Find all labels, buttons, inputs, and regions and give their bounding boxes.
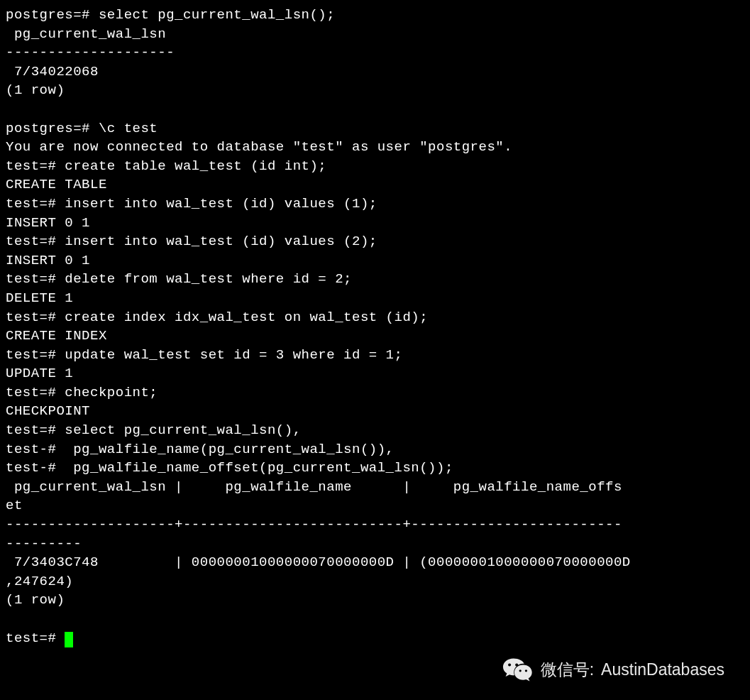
terminal-line: (1 row)	[6, 592, 65, 608]
wechat-icon	[502, 656, 534, 683]
terminal-line: (1 row)	[6, 82, 65, 98]
terminal-line: test=# create table wal_test (id int);	[6, 158, 326, 174]
terminal-line: test-# pg_walfile_name(pg_current_wal_ls…	[6, 442, 395, 457]
watermark-label: 微信号:	[541, 658, 594, 681]
terminal-line: DELETE 1	[6, 290, 73, 306]
terminal-line: et	[6, 498, 73, 513]
terminal-line: --------------------	[6, 45, 175, 60]
terminal-line: INSERT 0 1	[6, 215, 90, 231]
terminal-line: pg_current_wal_lsn	[6, 26, 175, 42]
cursor-icon	[65, 632, 73, 647]
terminal-line: test=# checkpoint;	[6, 385, 158, 400]
svg-point-2	[519, 669, 521, 672]
svg-point-3	[525, 669, 527, 672]
svg-point-0	[508, 664, 511, 667]
watermark: 微信号: AustinDatabases	[502, 656, 724, 683]
watermark-value: AustinDatabases	[601, 658, 724, 681]
terminal-line: pg_current_wal_lsn | pg_walfile_name | p…	[6, 479, 622, 495]
terminal-line: postgres=# select pg_current_wal_lsn();	[6, 7, 335, 23]
terminal-line: test=# update wal_test set id = 3 where …	[6, 347, 402, 363]
svg-point-1	[515, 664, 518, 667]
terminal-line: postgres=# \c test	[6, 121, 158, 136]
terminal-line: --------------------+-------------------…	[6, 517, 622, 532]
terminal-line: You are now connected to database "test"…	[6, 139, 512, 155]
terminal-line: UPDATE 1	[6, 366, 73, 381]
terminal-line: test=# delete from wal_test where id = 2…	[6, 271, 352, 287]
terminal-line: test=# insert into wal_test (id) values …	[6, 196, 377, 212]
terminal-line: test=# insert into wal_test (id) values …	[6, 234, 377, 249]
terminal-line: CHECKPOINT	[6, 403, 90, 419]
terminal-line: test=# create index idx_wal_test on wal_…	[6, 310, 428, 325]
terminal-line: CREATE TABLE	[6, 177, 107, 192]
terminal-prompt[interactable]: test=#	[6, 630, 65, 646]
terminal-line: ,247624)	[6, 574, 73, 589]
terminal-line: 7/3403C748 | 00000001000000070000000D | …	[6, 554, 631, 570]
terminal-line: test-# pg_walfile_name_offset(pg_current…	[6, 460, 453, 476]
terminal-line: 7/34022068	[6, 64, 99, 80]
terminal-output: postgres=# select pg_current_wal_lsn(); …	[6, 6, 750, 647]
terminal-line: ---------	[6, 536, 82, 552]
terminal-line: CREATE INDEX	[6, 328, 107, 344]
terminal-line: test=# select pg_current_wal_lsn(),	[6, 422, 302, 438]
terminal-line: INSERT 0 1	[6, 253, 90, 268]
